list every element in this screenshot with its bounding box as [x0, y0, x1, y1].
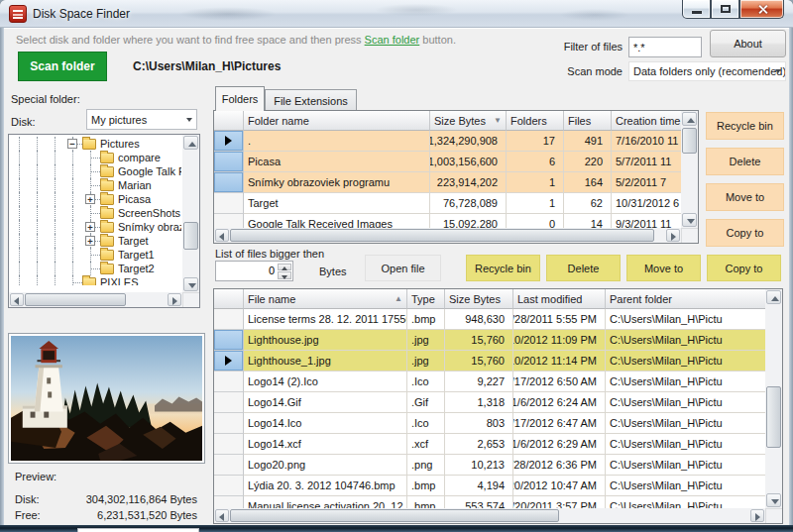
table-row[interactable]: Logo14.xcf.xcf2,65311/6/2012 6:29 AMC:\U… — [214, 434, 765, 455]
tree-item-target[interactable]: +Target — [10, 234, 181, 248]
file-delete-button[interactable]: Delete — [546, 255, 621, 281]
table-row[interactable]: Snímky obrazoviek programu223,914,202116… — [214, 172, 681, 193]
scroll-left-icon[interactable] — [10, 293, 24, 306]
scrollbar-thumb[interactable] — [682, 128, 697, 154]
filter-input[interactable] — [628, 37, 702, 57]
file-move-to-button[interactable]: Move to — [626, 255, 701, 281]
scroll-up-icon[interactable] — [766, 290, 781, 304]
row-header-cell[interactable] — [214, 434, 244, 455]
table-row[interactable]: Logo14.Ico.Ico80311/17/2012 6:47 AMC:\Us… — [214, 413, 765, 434]
folders-horizontal-scrollbar[interactable] — [214, 228, 681, 243]
folder-copy-to-button[interactable]: Copy to — [706, 219, 784, 247]
row-header-cell[interactable] — [214, 309, 244, 330]
column-header-size-bytes[interactable]: Size Bytes▼ — [430, 111, 507, 131]
stepper-up-icon[interactable] — [278, 264, 291, 271]
scrollbar-thumb[interactable] — [25, 293, 126, 306]
files-horizontal-scrollbar[interactable] — [214, 508, 765, 523]
tree-expander[interactable]: + — [81, 192, 99, 206]
row-header-cell[interactable] — [214, 172, 244, 193]
scroll-left-icon[interactable] — [215, 509, 229, 522]
scrollbar-thumb[interactable] — [230, 229, 654, 242]
title-bar[interactable]: Disk Space Finder — [0, 0, 793, 28]
tree-horizontal-scrollbar[interactable] — [9, 292, 182, 307]
row-header-cell[interactable] — [214, 455, 244, 476]
scrollbar-thumb[interactable] — [766, 386, 781, 448]
column-header-last-modified[interactable]: Last modified — [513, 289, 606, 309]
row-header-cell[interactable] — [214, 392, 244, 413]
table-row[interactable]: Logo14 (2).Ico.Ico9,22711/17/2012 6:50 A… — [214, 372, 765, 392]
scroll-down-icon[interactable] — [183, 277, 198, 291]
expander-plus-icon[interactable]: + — [85, 194, 95, 204]
tree-item-target2[interactable]: Target2 — [10, 262, 181, 275]
table-row[interactable]: Logo20.png.png10,21311/28/2012 6:36 PMC:… — [214, 455, 765, 476]
scroll-up-icon[interactable] — [183, 136, 198, 150]
column-header-folder-name[interactable]: Folder name — [244, 111, 430, 131]
size-threshold-stepper[interactable]: 0 — [215, 261, 293, 281]
tree-item-target1[interactable]: Target1 — [10, 248, 181, 262]
row-header-cell[interactable] — [214, 413, 244, 434]
special-folder-select[interactable]: My pictures — [86, 109, 197, 130]
column-header-folders[interactable]: Folders — [507, 111, 564, 131]
column-header-file-name[interactable]: File name▲ — [244, 289, 407, 309]
scroll-right-icon[interactable] — [168, 293, 181, 306]
scroll-down-icon[interactable] — [682, 213, 697, 227]
scroll-left-icon[interactable] — [215, 229, 229, 242]
table-row[interactable]: Manual license activation 20. 12. 2011..… — [214, 496, 765, 508]
row-header-cell[interactable] — [214, 152, 244, 172]
row-header-cell[interactable] — [214, 496, 244, 508]
folder-move-to-button[interactable]: Move to — [706, 183, 784, 211]
row-header-cell[interactable] — [214, 193, 244, 214]
folders-vertical-scrollbar[interactable] — [681, 111, 698, 228]
column-header-creation-time[interactable]: Creation time — [612, 111, 681, 131]
table-row[interactable]: .1,324,290,908174917/16/2010 11 — [214, 131, 681, 152]
tree-expander[interactable]: + — [81, 220, 99, 234]
scan-folder-link[interactable]: Scan folder — [365, 34, 420, 46]
scroll-right-icon[interactable] — [666, 229, 680, 242]
tree-expander[interactable]: − — [63, 137, 81, 151]
file-copy-to-button[interactable]: Copy to — [707, 255, 781, 281]
scroll-up-icon[interactable] — [682, 112, 697, 126]
tree-item-screenshots[interactable]: ScreenShots — [10, 206, 181, 220]
row-header-cell[interactable] — [214, 214, 244, 228]
row-header-cell[interactable] — [214, 351, 244, 372]
file-recycle-bin-button[interactable]: Recycle bin — [466, 255, 540, 281]
row-header-cell[interactable] — [214, 131, 244, 152]
tree-item-marian[interactable]: Marian — [10, 178, 181, 192]
maximize-button[interactable] — [711, 0, 739, 19]
scroll-right-icon[interactable] — [750, 509, 764, 522]
folder-delete-button[interactable]: Delete — [706, 148, 784, 175]
column-header-parent-folder[interactable]: Parent folder — [606, 289, 765, 309]
open-file-button[interactable]: Open file — [365, 255, 441, 281]
expander-plus-icon[interactable]: + — [85, 236, 95, 246]
table-row[interactable]: Lighthouse_1.jpg.jpg15,76011/10/2012 11:… — [214, 351, 765, 372]
table-row[interactable]: License terms 28. 12. 2011 175502.bmp.bm… — [214, 309, 765, 330]
scrollbar-thumb[interactable] — [230, 509, 559, 522]
expander-plus-icon[interactable]: + — [85, 222, 95, 232]
column-header-type[interactable]: Type — [407, 289, 445, 309]
tree-item-picasa[interactable]: +Picasa — [10, 192, 181, 206]
minimize-button[interactable] — [682, 0, 711, 19]
files-vertical-scrollbar[interactable] — [765, 289, 782, 508]
row-header-cell[interactable] — [214, 330, 244, 351]
tree-item-sn-mky-obrazov[interactable]: +Snímky obrazov — [10, 220, 181, 234]
scroll-down-icon[interactable] — [766, 493, 781, 507]
tree-item-google-talk-re[interactable]: Google Talk Re — [10, 164, 181, 178]
tree-item-pictures[interactable]: −Pictures — [10, 137, 181, 151]
tree-vertical-scrollbar[interactable] — [182, 135, 199, 292]
row-header-cell[interactable] — [214, 476, 244, 496]
table-row[interactable]: Lýdia 20. 3. 2012 104746.bmp.bmp4,1943/2… — [214, 476, 765, 496]
tree-expander[interactable]: + — [81, 234, 99, 248]
column-header-files[interactable]: Files — [564, 111, 612, 131]
stepper-down-icon[interactable] — [278, 271, 291, 279]
table-row[interactable]: Lighthouse.jpg.jpg15,76011/10/2012 11:09… — [214, 330, 765, 351]
expander-minus-icon[interactable]: − — [67, 139, 77, 149]
scan-mode-select[interactable]: Data folders only (recomended) — [628, 61, 786, 81]
tab-file-extensions[interactable]: File Extensions — [265, 89, 357, 111]
tree-item-compare[interactable]: compare — [10, 151, 181, 164]
table-row[interactable]: Target76,728,08916210/31/2012 6 — [214, 193, 681, 214]
table-row[interactable]: Picasa1,003,156,60062205/7/2011 11 — [214, 152, 681, 172]
scan-folder-button[interactable]: Scan folder — [18, 52, 107, 81]
scrollbar-thumb[interactable] — [183, 222, 198, 250]
row-header-cell[interactable] — [214, 372, 244, 392]
tab-folders[interactable]: Folders — [215, 86, 265, 111]
